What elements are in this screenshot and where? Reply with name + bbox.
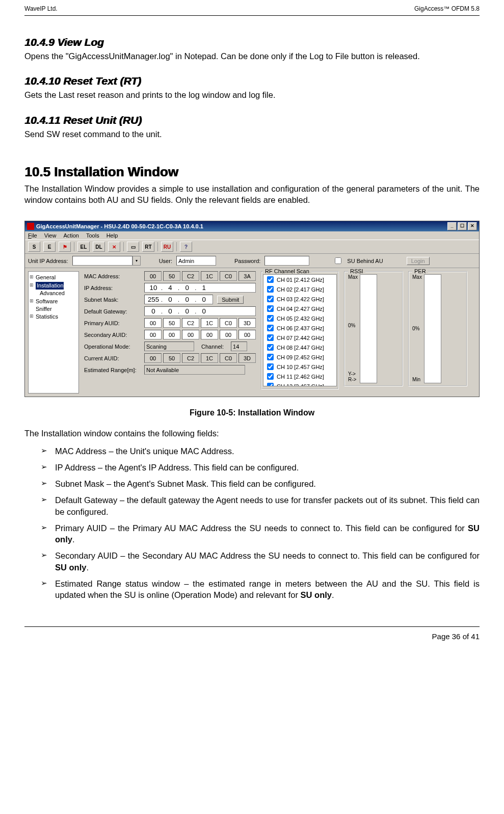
gw-0[interactable] — [146, 307, 161, 316]
nav-tree[interactable]: General Installation Advanced Software S… — [28, 271, 79, 393]
channel-item[interactable]: CH 09 [2.452 GHz] — [263, 352, 336, 362]
tool-rt[interactable]: RT — [142, 242, 154, 252]
pauid-4[interactable] — [220, 318, 237, 328]
menubar: File View Action Tools Help — [25, 231, 479, 240]
channel-checkbox[interactable] — [267, 354, 274, 360]
minimize-button[interactable]: _ — [447, 222, 457, 230]
cauid-2 — [182, 353, 199, 363]
channel-checkbox[interactable] — [267, 315, 274, 322]
pauid-3[interactable] — [201, 318, 218, 328]
channel-checkbox[interactable] — [267, 363, 274, 370]
channel-item[interactable]: CH 05 [2.432 GHz] — [263, 313, 336, 323]
mac-3 — [201, 271, 218, 281]
cauid-0 — [144, 353, 162, 363]
channel-checkbox[interactable] — [267, 296, 274, 302]
channel-list[interactable]: CH 01 [2.412 GHz] CH 02 [2.417 GHz] CH 0… — [263, 274, 337, 386]
subnet-1[interactable] — [163, 295, 178, 304]
subnet-input[interactable]: ... — [144, 295, 213, 304]
subnet-label: Subnet Mask: — [84, 297, 140, 303]
channel-checkbox[interactable] — [267, 276, 274, 283]
channel-item[interactable]: CH 10 [2.457 GHz] — [263, 362, 336, 372]
separator — [123, 242, 124, 251]
tool-help-icon[interactable]: ? — [180, 242, 192, 252]
pauid-5[interactable] — [238, 318, 256, 328]
gw-2[interactable] — [179, 307, 195, 316]
unit-ip-input[interactable] — [72, 256, 132, 266]
channel-item[interactable]: CH 02 [2.417 GHz] — [263, 284, 336, 294]
pauid-2[interactable] — [182, 318, 199, 328]
app-window: GigAccessUnitManager - HSU-2.4D 00-50-C2… — [24, 221, 480, 397]
tool-doc-icon[interactable]: ▭ — [127, 242, 139, 252]
submit-button[interactable]: Submit — [217, 296, 244, 304]
ip-2[interactable] — [179, 283, 195, 292]
tool-e[interactable]: E — [43, 242, 56, 252]
channel-item[interactable]: CH 06 [2.437 GHz] — [263, 323, 336, 333]
menu-help[interactable]: Help — [107, 232, 118, 239]
tree-advanced[interactable]: Advanced — [31, 290, 76, 297]
channel-checkbox[interactable] — [267, 383, 274, 386]
per-title: PER — [412, 268, 428, 274]
tree-installation[interactable]: Installation — [31, 282, 76, 290]
separator — [157, 242, 158, 251]
gw-3[interactable] — [196, 307, 211, 316]
section-body: Gets the Last reset reason and prints to… — [24, 89, 480, 100]
channel-item[interactable]: CH 08 [2.447 GHz] — [263, 343, 336, 352]
tree-general[interactable]: General — [31, 274, 76, 281]
subnet-3[interactable] — [196, 295, 211, 304]
tool-dl[interactable]: DL — [93, 242, 105, 252]
sauid-4[interactable] — [220, 330, 237, 339]
sauid-2[interactable] — [182, 330, 199, 339]
tree-statistics[interactable]: Statistics — [31, 313, 76, 321]
channel-item[interactable]: CH 01 [2.412 GHz] — [263, 275, 336, 284]
tree-software[interactable]: Software — [31, 298, 76, 305]
channel-checkbox[interactable] — [267, 373, 274, 380]
subnet-0[interactable] — [146, 295, 161, 304]
maximize-button[interactable]: ☐ — [458, 222, 467, 230]
tree-sniffer[interactable]: Sniffer — [31, 305, 76, 313]
pauid-1[interactable] — [163, 318, 180, 328]
login-button[interactable]: Login — [407, 257, 430, 265]
channel-item[interactable]: CH 04 [2.427 GHz] — [263, 304, 336, 313]
sauid-0[interactable] — [144, 330, 162, 339]
section-body: Opens the "GigAccessUnitManager.log" in … — [24, 50, 480, 62]
tool-el[interactable]: EL — [77, 242, 90, 252]
mac-2 — [182, 271, 199, 281]
close-button[interactable]: ✕ — [468, 222, 477, 230]
field-item: Secondary AUID – the Secondary AU MAC Ad… — [24, 550, 480, 573]
sauid-3[interactable] — [201, 330, 218, 339]
tool-flag-icon[interactable]: ⚑ — [59, 242, 71, 252]
password-input[interactable] — [264, 256, 309, 266]
menu-view[interactable]: View — [44, 232, 57, 239]
channel-item[interactable]: CH 12 [2.467 GHz] — [263, 381, 336, 386]
menu-file[interactable]: File — [28, 232, 37, 239]
ip-1[interactable] — [163, 283, 178, 292]
channel-item[interactable]: CH 03 [2.422 GHz] — [263, 294, 336, 304]
channel-checkbox[interactable] — [267, 305, 274, 312]
channel-checkbox[interactable] — [267, 325, 274, 331]
gw-input[interactable]: ... — [144, 306, 256, 316]
gw-1[interactable] — [163, 307, 178, 316]
dropdown-icon[interactable]: ▾ — [132, 256, 141, 266]
su-behind-au-checkbox[interactable] — [335, 257, 341, 264]
ip-0[interactable] — [146, 283, 161, 292]
channel-item[interactable]: CH 07 [2.442 GHz] — [263, 333, 336, 343]
channel-checkbox[interactable] — [267, 286, 274, 293]
tool-s[interactable]: S — [28, 242, 40, 252]
ip-input[interactable]: ... — [144, 283, 256, 293]
per-min: Min — [412, 377, 422, 382]
channel-checkbox[interactable] — [267, 344, 274, 351]
subnet-2[interactable] — [179, 295, 195, 304]
sauid-5[interactable] — [238, 330, 256, 339]
sauid-1[interactable] — [163, 330, 180, 339]
cauid-5 — [238, 353, 256, 363]
tool-x[interactable]: ✕ — [108, 242, 120, 252]
menu-action[interactable]: Action — [63, 232, 79, 239]
rf-channel-scan-group: RF Channel Scan CH 01 [2.412 GHz] CH 02 … — [261, 271, 339, 389]
ip-3[interactable] — [196, 283, 211, 292]
pauid-0[interactable] — [144, 318, 162, 328]
channel-checkbox[interactable] — [267, 334, 274, 341]
user-input[interactable] — [176, 256, 216, 266]
menu-tools[interactable]: Tools — [86, 232, 99, 239]
channel-item[interactable]: CH 11 [2.462 GHz] — [263, 372, 336, 381]
tool-ru[interactable]: RU — [161, 242, 173, 252]
